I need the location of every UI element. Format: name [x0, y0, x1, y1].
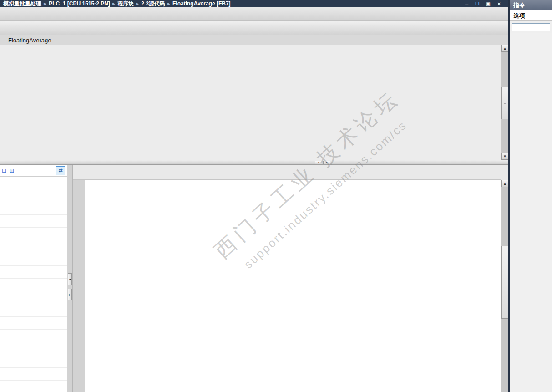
table-header-row — [0, 45, 501, 53]
breadcrumb-item[interactable]: 程序块 — [117, 0, 134, 8]
scroll-up-icon[interactable]: ▲ — [501, 180, 508, 187]
sync-code-view-button[interactable]: ⇄ — [56, 166, 65, 175]
splitter-collapse-right-icon[interactable]: ► — [68, 289, 72, 300]
minimize-button[interactable]: ─ — [465, 1, 468, 6]
outline-toolbar: ⊟ ⊞ ⇄ — [0, 165, 67, 177]
panel-title: 指令 — [510, 0, 552, 10]
breadcrumb-item[interactable]: PLC_1 [CPU 1515-2 PN] — [49, 0, 110, 7]
options-label[interactable]: 选项 — [510, 10, 552, 21]
breadcrumb-item[interactable]: 2.3源代码 — [141, 0, 165, 8]
variable-table — [0, 45, 501, 160]
menu-strip — [0, 7, 508, 21]
horizontal-splitter[interactable]: ▲ ▼ — [0, 160, 508, 165]
instruction-search-input[interactable] — [512, 23, 550, 31]
region-outline-panel: ⊟ ⊞ ⇄ — [0, 165, 67, 392]
scl-code-editor — [73, 165, 501, 392]
main-toolbar — [0, 21, 508, 35]
table-vertical-scrollbar[interactable]: ▲ ≡ ▼ — [501, 45, 508, 160]
breadcrumb-item[interactable]: FloatingAverage [FB7] — [172, 0, 231, 7]
block-title-row: FloatingAverage — [0, 35, 508, 45]
code-area[interactable] — [73, 180, 501, 392]
snippet-toolbar — [73, 165, 501, 180]
breadcrumb-separator-icon: ▶ — [112, 2, 115, 6]
search-row — [510, 21, 552, 33]
splitter-collapse-down-icon[interactable]: ▼ — [323, 161, 330, 164]
scroll-down-icon[interactable]: ▼ — [501, 153, 508, 160]
maximize-button[interactable]: ▣ — [486, 1, 490, 6]
breadcrumb-separator-icon: ▶ — [167, 2, 170, 6]
restore-button[interactable]: ❐ — [475, 1, 479, 6]
scroll-up-icon[interactable]: ▲ — [501, 45, 508, 52]
title-bar: 模拟量批量处理▶PLC_1 [CPU 1515-2 PN]▶程序块▶2.3源代码… — [0, 0, 508, 7]
collapse-all-icon[interactable]: ⊟ — [2, 168, 6, 174]
block-title: FloatingAverage — [8, 37, 51, 44]
outline-item-list — [0, 177, 67, 392]
splitter-collapse-left-icon[interactable]: ◄ — [68, 273, 72, 285]
instructions-task-card: 指令 选项 — [508, 0, 552, 392]
window-controls: ─❐▣✕ — [465, 1, 501, 6]
close-button[interactable]: ✕ — [497, 1, 501, 6]
vertical-splitter[interactable]: ◄ ► — [67, 165, 73, 392]
breadcrumb-separator-icon: ▶ — [44, 2, 46, 6]
editor-vertical-scrollbar[interactable]: ▲ — [501, 165, 508, 392]
scrollbar-thumb[interactable]: ≡ — [501, 87, 508, 119]
splitter-collapse-up-icon[interactable]: ▲ — [315, 161, 322, 164]
breadcrumb: 模拟量批量处理▶PLC_1 [CPU 1515-2 PN]▶程序块▶2.3源代码… — [2, 0, 232, 8]
breadcrumb-item[interactable]: 模拟量批量处理 — [3, 0, 41, 8]
expand-all-icon[interactable]: ⊞ — [10, 168, 14, 174]
scrollbar-thumb[interactable] — [501, 246, 508, 319]
breadcrumb-separator-icon: ▶ — [136, 2, 139, 6]
